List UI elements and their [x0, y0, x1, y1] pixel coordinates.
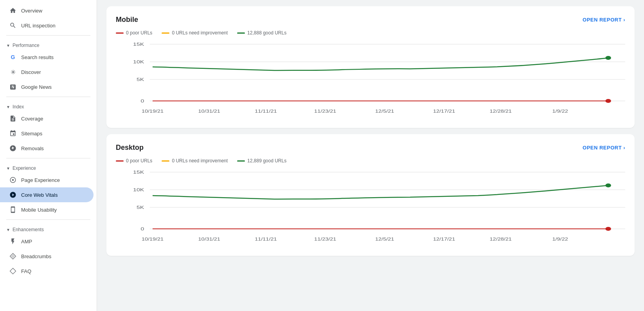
svg-text:11/23/21: 11/23/21	[314, 237, 336, 241]
breadcrumbs-label: Breadcrumbs	[21, 253, 51, 259]
divider-1	[6, 35, 90, 36]
desktop-open-report-link[interactable]: OPEN REPORT ›	[583, 145, 625, 151]
removals-label: Removals	[21, 146, 44, 151]
sidebar-item-mobile-usability[interactable]: Mobile Usability	[0, 202, 94, 217]
svg-marker-4	[10, 268, 16, 274]
chevron-down-icon-4: ▼	[6, 228, 10, 232]
core-web-vitals-icon	[9, 191, 16, 198]
chevron-down-icon-3: ▼	[6, 166, 10, 171]
mobile-chart-area: 15K 10K 5K 0 10/19/21 10/31/21 11/11/21 …	[116, 40, 625, 119]
svg-text:10K: 10K	[133, 59, 144, 64]
svg-text:10/31/21: 10/31/21	[198, 109, 220, 113]
mobile-open-report-label: OPEN REPORT	[583, 17, 622, 23]
svg-text:1/9/22: 1/9/22	[552, 109, 568, 113]
desktop-open-report-label: OPEN REPORT	[583, 145, 622, 151]
sidebar-item-amp[interactable]: AMP	[0, 234, 94, 249]
enhancements-section-header[interactable]: ▼ Enhancements	[0, 222, 97, 234]
svg-point-32	[605, 183, 611, 187]
mobile-usability-icon	[9, 206, 16, 213]
svg-text:10/31/21: 10/31/21	[198, 237, 220, 241]
sidebar-item-discover[interactable]: ✳ Discover	[0, 65, 94, 79]
sidebar-item-breadcrumbs[interactable]: Breadcrumbs	[0, 249, 94, 264]
desktop-open-report-chevron: ›	[623, 145, 625, 151]
svg-text:12/17/21: 12/17/21	[433, 237, 455, 241]
breadcrumbs-icon	[9, 253, 16, 260]
mobile-legend-improvement-label: 0 URLs need improvement	[172, 30, 228, 36]
performance-section-header[interactable]: ▼ Performance	[0, 38, 97, 50]
google-news-label: Google News	[21, 84, 52, 90]
divider-3	[6, 158, 90, 158]
search-results-label: Search results	[21, 54, 54, 60]
sidebar-item-url-inspection[interactable]: URL inspection	[0, 18, 94, 33]
mobile-legend-poor: 0 poor URLs	[116, 30, 152, 36]
enhancements-section-label: Enhancements	[13, 227, 44, 232]
desktop-legend-poor-label: 0 poor URLs	[126, 158, 152, 164]
sidebar-item-removals[interactable]: Removals	[0, 141, 94, 156]
discover-icon: ✳	[9, 68, 16, 76]
svg-text:0: 0	[140, 99, 144, 103]
divider-4	[6, 219, 90, 220]
index-section-label: Index	[13, 104, 24, 110]
svg-text:12/28/21: 12/28/21	[490, 109, 512, 113]
divider-2	[6, 97, 90, 97]
svg-text:1/9/22: 1/9/22	[552, 237, 568, 241]
experience-section-header[interactable]: ▼ Experience	[0, 161, 97, 173]
desktop-card-title: Desktop	[116, 144, 144, 152]
desktop-legend-poor-line	[116, 160, 124, 162]
sidebar-item-sitemaps[interactable]: Sitemaps	[0, 126, 94, 141]
mobile-legend-improvement-line	[162, 32, 169, 34]
sidebar-item-search-results[interactable]: G Search results	[0, 50, 94, 65]
sitemaps-icon	[9, 130, 16, 137]
google-g-icon: G	[9, 54, 16, 61]
mobile-card: Mobile OPEN REPORT › 0 poor URLs 0 URLs …	[106, 6, 635, 128]
removals-icon	[9, 145, 16, 152]
coverage-icon	[9, 115, 16, 122]
desktop-legend-good-label: 12,889 good URLs	[247, 158, 286, 164]
mobile-legend-poor-line	[116, 32, 124, 34]
sidebar-item-page-experience[interactable]: Page Experience	[0, 173, 94, 187]
svg-text:5K: 5K	[137, 205, 144, 210]
desktop-legend-poor: 0 poor URLs	[116, 158, 152, 164]
chevron-down-icon: ▼	[6, 43, 10, 48]
svg-point-1	[12, 179, 14, 181]
svg-text:12/28/21: 12/28/21	[490, 237, 512, 241]
mobile-legend: 0 poor URLs 0 URLs need improvement 12,8…	[116, 30, 625, 36]
faq-icon	[9, 268, 16, 275]
url-inspection-label: URL inspection	[21, 23, 56, 29]
mobile-legend-good-line	[237, 32, 245, 34]
svg-text:12/17/21: 12/17/21	[433, 109, 455, 113]
google-news-icon: N	[9, 83, 16, 90]
svg-text:10K: 10K	[133, 187, 144, 192]
desktop-chart-svg: 15K 10K 5K 0 10/19/21 10/31/21 11/11/21 …	[116, 168, 625, 246]
svg-point-14	[605, 56, 611, 60]
core-web-vitals-label: Core Web Vitals	[21, 192, 58, 198]
desktop-legend-good-line	[237, 160, 245, 162]
svg-text:11/11/21: 11/11/21	[255, 237, 277, 241]
desktop-legend-improvement-line	[162, 160, 169, 162]
main-content: Mobile OPEN REPORT › 0 poor URLs 0 URLs …	[97, 0, 644, 311]
sidebar-item-core-web-vitals[interactable]: Core Web Vitals	[0, 187, 94, 202]
performance-section-label: Performance	[13, 43, 40, 48]
desktop-legend-improvement: 0 URLs need improvement	[162, 158, 228, 164]
mobile-open-report-chevron: ›	[623, 17, 625, 23]
svg-text:12/5/21: 12/5/21	[375, 237, 394, 241]
mobile-legend-good: 12,888 good URLs	[237, 30, 286, 36]
index-section-header[interactable]: ▼ Index	[0, 99, 97, 111]
faq-label: FAQ	[21, 268, 31, 274]
svg-text:11/23/21: 11/23/21	[314, 109, 336, 113]
sidebar-item-google-news[interactable]: N Google News	[0, 79, 94, 94]
svg-point-31	[605, 227, 611, 231]
discover-label: Discover	[21, 69, 41, 75]
sidebar-item-coverage[interactable]: Coverage	[0, 111, 94, 126]
page-experience-label: Page Experience	[21, 177, 60, 183]
desktop-card: Desktop OPEN REPORT › 0 poor URLs 0 URLs…	[106, 134, 635, 256]
mobile-legend-improvement: 0 URLs need improvement	[162, 30, 228, 36]
svg-text:10/19/21: 10/19/21	[142, 109, 164, 113]
sidebar-item-faq[interactable]: FAQ	[0, 264, 94, 279]
svg-text:15K: 15K	[133, 170, 144, 174]
sidebar-item-overview[interactable]: Overview	[0, 3, 94, 18]
home-icon	[9, 7, 16, 14]
mobile-open-report-link[interactable]: OPEN REPORT ›	[583, 17, 625, 23]
svg-text:15K: 15K	[133, 42, 144, 47]
desktop-legend-good: 12,889 good URLs	[237, 158, 286, 164]
